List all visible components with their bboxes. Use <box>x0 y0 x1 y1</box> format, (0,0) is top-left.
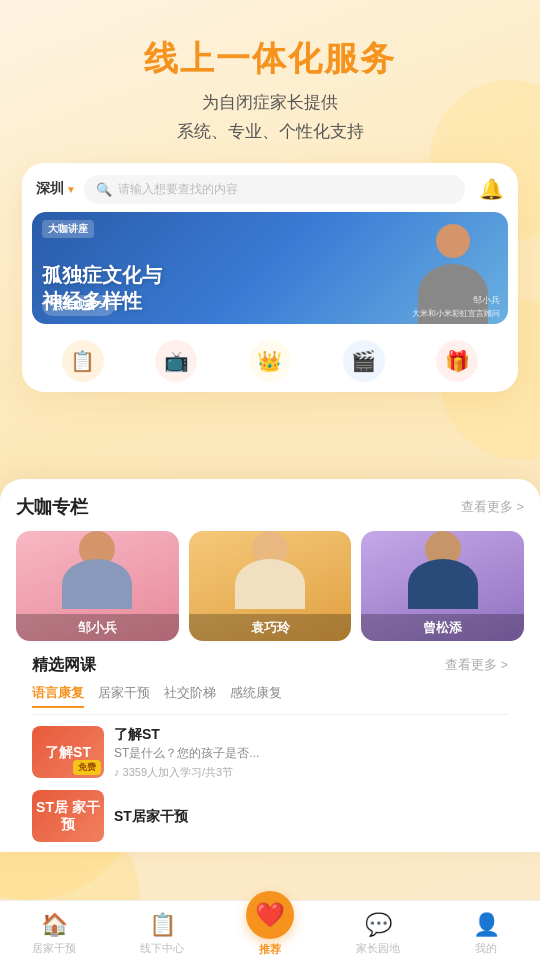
hero-title: 线上一体化服务 <box>0 38 540 79</box>
expert-more-button[interactable]: 查看更多 > <box>461 498 524 516</box>
course-thumb-1: ST居 家干预 <box>32 790 104 842</box>
course-tab-2[interactable]: 社交阶梯 <box>164 684 216 708</box>
course-thumb-0: 了解ST 免费 <box>32 726 104 778</box>
nav-item-recommend[interactable]: ❤️ 推荐 <box>216 905 324 957</box>
banner[interactable]: 大咖讲座 孤独症文化与 神经多样性 邹小兵 大米和小米彩虹宣言顾问 点击观看 > <box>32 212 508 324</box>
course-section-title: 精选网课 <box>32 655 96 676</box>
quick-icon-3[interactable]: 👑 <box>249 340 291 382</box>
quick-icon-5[interactable]: 🎁 <box>436 340 478 382</box>
course-thumb-label-1: ST居 家干预 <box>32 799 104 833</box>
expert-item-2[interactable]: 袁巧玲 <box>189 531 352 641</box>
bottom-nav: 🏠 居家干预 📋 线下中心 ❤️ 推荐 💬 家长园地 👤 我的 <box>0 900 540 960</box>
banner-speaker-name: 邹小兵 <box>473 295 500 305</box>
banner-speaker-sub: 大米和小米彩虹宣言顾问 <box>412 309 500 318</box>
quick-icon-2-icon: 📺 <box>164 349 189 373</box>
course-info-0: 了解ST ST是什么？您的孩子是否... ♪ 3359人加入学习/共3节 <box>114 725 508 780</box>
expert-3-avatar <box>361 531 524 609</box>
search-icon: 🔍 <box>96 182 112 197</box>
course-thumb-label-0: 了解ST <box>45 744 91 761</box>
expert-2-name-bar: 袁巧玲 <box>189 614 352 641</box>
expert-2-name: 袁巧玲 <box>251 620 290 635</box>
expert-card: 大咖专栏 查看更多 > 邹小兵 <box>0 479 540 852</box>
course-badge-0: 免费 <box>73 760 101 775</box>
app-card: 深圳 ▼ 🔍 请输入想要查找的内容 🔔 大咖讲座 孤独症文化与 神经多样性 邹小… <box>22 163 518 392</box>
quick-icon-2[interactable]: 📺 <box>155 340 197 382</box>
banner-speaker-label: 邹小兵 大米和小米彩虹宣言顾问 <box>412 294 500 319</box>
expert-item-3[interactable]: 曾松添 <box>361 531 524 641</box>
course-name-0: 了解ST <box>114 725 508 743</box>
hero-section: 线上一体化服务 为自闭症家长提供 系统、专业、个性化支持 <box>0 0 540 163</box>
quick-icon-4[interactable]: 🎬 <box>343 340 385 382</box>
nav-item-community[interactable]: 💬 家长园地 <box>324 906 432 956</box>
nav-item-profile[interactable]: 👤 我的 <box>432 906 540 956</box>
quick-icon-3-icon: 👑 <box>257 349 282 373</box>
search-placeholder-text: 请输入想要查找的内容 <box>118 181 238 198</box>
quick-icon-4-icon: 🎬 <box>351 349 376 373</box>
nav-label-home: 居家干预 <box>32 941 76 956</box>
nav-label-center: 线下中心 <box>140 941 184 956</box>
course-meta-0: ♪ 3359人加入学习/共3节 <box>114 765 508 780</box>
banner-tag: 大咖讲座 <box>42 220 94 238</box>
profile-icon: 👤 <box>473 912 500 938</box>
app-topbar: 深圳 ▼ 🔍 请输入想要查找的内容 🔔 <box>22 163 518 212</box>
course-section: 精选网课 查看更多 > 语言康复 居家干预 社交阶梯 感统康复 了解ST 免费 … <box>16 655 524 842</box>
expert-1-name-bar: 邹小兵 <box>16 614 179 641</box>
heart-icon: ❤️ <box>255 901 285 929</box>
nav-item-home[interactable]: 🏠 居家干预 <box>0 906 108 956</box>
home-icon: 🏠 <box>41 912 68 938</box>
expert-section-header: 大咖专栏 查看更多 > <box>16 495 524 519</box>
chevron-down-icon: ▼ <box>66 184 76 195</box>
course-section-header: 精选网课 查看更多 > <box>32 655 508 676</box>
notification-bell-icon[interactable]: 🔔 <box>479 177 504 201</box>
course-tab-0[interactable]: 语言康复 <box>32 684 84 708</box>
expert-more-label: 查看更多 > <box>461 498 524 516</box>
expert-grid: 邹小兵 袁巧玲 曾松添 <box>16 531 524 641</box>
search-bar[interactable]: 🔍 请输入想要查找的内容 <box>84 175 465 204</box>
course-item-1[interactable]: ST居 家干预 ST居家干预 <box>32 790 508 842</box>
nav-label-community: 家长园地 <box>356 941 400 956</box>
course-tab-3[interactable]: 感统康复 <box>230 684 282 708</box>
expert-1-name: 邹小兵 <box>78 620 117 635</box>
course-desc-0: ST是什么？您的孩子是否... <box>114 745 508 762</box>
course-item-0[interactable]: 了解ST 免费 了解ST ST是什么？您的孩子是否... ♪ 3359人加入学习… <box>32 725 508 780</box>
expert-1-avatar <box>16 531 179 609</box>
recommend-heart-button[interactable]: ❤️ <box>246 891 294 939</box>
banner-title-line1: 孤独症文化与 <box>42 262 162 288</box>
nav-label-profile: 我的 <box>475 941 497 956</box>
expert-3-name-bar: 曾松添 <box>361 614 524 641</box>
center-icon: 📋 <box>149 912 176 938</box>
nav-item-center[interactable]: 📋 线下中心 <box>108 906 216 956</box>
city-label: 深圳 <box>36 180 64 198</box>
banner-watch-button[interactable]: 点击观看 > <box>42 295 115 316</box>
course-more-button[interactable]: 查看更多 > <box>445 656 508 674</box>
community-icon: 💬 <box>365 912 392 938</box>
course-name-1: ST居家干预 <box>114 807 508 825</box>
course-more-label: 查看更多 > <box>445 656 508 674</box>
course-tab-1[interactable]: 居家干预 <box>98 684 150 708</box>
hero-subtitle-line1: 为自闭症家长提供 <box>202 93 338 112</box>
city-selector[interactable]: 深圳 ▼ <box>36 180 76 198</box>
expert-2-avatar <box>189 531 352 609</box>
hero-subtitle-line2: 系统、专业、个性化支持 <box>177 122 364 141</box>
quick-icons-row: 📋 📺 👑 🎬 🎁 <box>22 334 518 392</box>
expert-section-title: 大咖专栏 <box>16 495 88 519</box>
hero-subtitle: 为自闭症家长提供 系统、专业、个性化支持 <box>0 89 540 147</box>
quick-icon-5-icon: 🎁 <box>445 349 470 373</box>
expert-item-1[interactable]: 邹小兵 <box>16 531 179 641</box>
quick-icon-1-icon: 📋 <box>70 349 95 373</box>
expert-3-name: 曾松添 <box>423 620 462 635</box>
nav-label-recommend: 推荐 <box>259 942 281 957</box>
quick-icon-1[interactable]: 📋 <box>62 340 104 382</box>
course-tabs: 语言康复 居家干预 社交阶梯 感统康复 <box>32 684 508 715</box>
course-info-1: ST居家干预 <box>114 807 508 825</box>
banner-watch-label: 点击观看 > <box>52 298 105 313</box>
